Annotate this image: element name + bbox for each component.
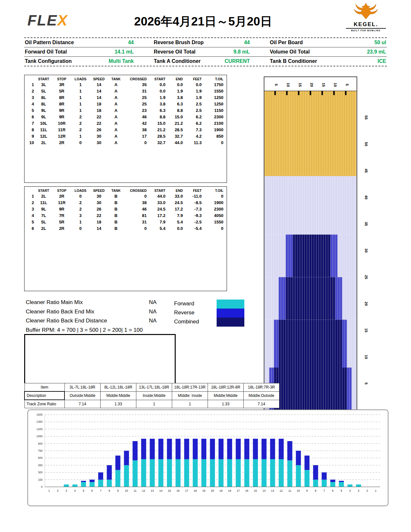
track-row-header: Track Zone Ratio — [24, 400, 64, 408]
legend-swatch — [217, 318, 244, 327]
pass-row: 55L5R118B317.95.4-2.51550 — [24, 219, 227, 225]
summary-value: 14.1 mL — [114, 49, 134, 55]
svg-text:13: 13 — [271, 489, 274, 492]
pass-cell: 46 — [124, 206, 148, 212]
svg-text:45: 45 — [364, 169, 368, 173]
pass-cell: 0 — [124, 225, 148, 232]
track-description-row: DescriptionOutside:MiddleMiddle:MiddleIn… — [24, 391, 279, 400]
pass-cell: A — [108, 81, 124, 88]
pass-header-cell: START — [35, 188, 52, 193]
pass-cell: 2R — [52, 193, 71, 199]
svg-text:750: 750 — [38, 449, 43, 452]
pass-cell: -2.5 — [184, 219, 202, 225]
svg-text:5: 5 — [341, 489, 342, 492]
summary-row: Forward Oil Total14.1 mLReverse Oil Tota… — [24, 47, 387, 57]
svg-text:12: 12 — [280, 489, 283, 492]
pass-cell: 1550 — [202, 88, 227, 94]
pass-cell: 10 — [24, 139, 35, 146]
pass-cell: 1250 — [202, 94, 227, 101]
legend-row: Reverse — [174, 309, 244, 318]
pass-cell: 2 — [71, 199, 90, 206]
svg-text:1350: 1350 — [36, 420, 43, 423]
svg-text:10: 10 — [364, 355, 368, 359]
svg-text:5: 5 — [274, 84, 278, 86]
pass-header-cell: START — [148, 76, 166, 81]
pass-header-cell: SPEED — [90, 188, 108, 193]
pass-header-cell: START — [148, 188, 166, 193]
svg-text:900: 900 — [38, 442, 43, 445]
pass-cell: 0 — [202, 225, 227, 232]
pass-cell: 8L — [35, 94, 52, 101]
pass-row: 13L3R114A350.00.00.01750 — [24, 81, 227, 88]
summary-label: Oil Pattern Distance — [25, 40, 74, 45]
svg-text:4: 4 — [349, 489, 351, 492]
buffer-rpm-line: Buffer RPM: 4 = 700 | 3 = 500 | 2 = 200|… — [26, 327, 143, 333]
pass-cell: 35 — [124, 81, 148, 88]
legend-label: Reverse — [174, 309, 217, 318]
summary-label: Forward Oil Total — [25, 49, 67, 55]
pass-cell: 21.2 — [166, 120, 184, 126]
svg-text:14: 14 — [159, 489, 162, 492]
summary-cell: Tank ConfigurationMulti Tank — [24, 57, 140, 66]
summary-label: Reverse Brush Drop — [154, 40, 204, 45]
pass-cell: 31 — [124, 219, 148, 225]
pass-header-cell: STOP — [52, 76, 71, 81]
svg-text:40: 40 — [364, 195, 368, 200]
pass-cell: 1 — [71, 133, 90, 139]
pass-row: 912L12R130A1728.532.74.2850 — [24, 133, 227, 139]
pass-row: 710L10R222A4215.021.26.22100 — [24, 120, 227, 126]
pass-cell: 0.0 — [166, 81, 184, 88]
summary-cell: Oil Per Board50 ul — [269, 38, 387, 47]
svg-text:25: 25 — [364, 275, 368, 279]
track-item-cell: 18L-18R:12R-8R — [208, 383, 244, 392]
pass-cell: 1 — [24, 81, 35, 88]
pass-cell: 2L — [35, 225, 52, 232]
pass-cell: 5R — [52, 219, 71, 225]
pass-cell: 14 — [90, 94, 108, 101]
svg-text:1500: 1500 — [36, 413, 43, 416]
summary-table: Oil Pattern Distance44Reverse Brush Drop… — [24, 37, 387, 66]
pass-header-cell: END — [166, 76, 184, 81]
pass-cell: -5.4 — [184, 225, 202, 232]
track-row-header: Description — [24, 391, 64, 400]
pass-cell: 22 — [90, 212, 108, 219]
kegel-name: KEGEL. — [346, 21, 386, 29]
forward-pass-table: STARTSTOPLOADSSPEEDTANKCROSSEDSTARTENDFE… — [24, 76, 227, 146]
pass-cell: 0 — [71, 193, 90, 199]
pass-cell: 0.0 — [166, 225, 184, 232]
pass-cell: 7 — [24, 120, 35, 126]
track-description-cell: Outside:Middle — [64, 391, 101, 400]
page-title: 2026年4月21日～5月20日 — [97, 14, 309, 30]
pass-cell: 0.0 — [148, 81, 166, 88]
pass-cell: 8.8 — [166, 107, 184, 113]
pass-cell: 8R — [52, 94, 71, 101]
pass-cell: 3 — [71, 212, 90, 219]
summary-value: 44 — [244, 40, 250, 45]
pass-cell: 15.0 — [148, 120, 166, 126]
svg-text:7: 7 — [100, 489, 102, 492]
svg-text:10: 10 — [125, 489, 128, 492]
pass-cell: 18 — [90, 101, 108, 107]
kegel-logo: KEGEL. BUILT FOR BOWLING — [346, 2, 386, 32]
pass-row: 62L2R014B05.40.0-5.40 — [24, 225, 227, 232]
pass-cell: 1 — [71, 88, 90, 94]
pass-row: 811L11R226A3821.228.57.31900 — [24, 126, 227, 133]
pass-cell: 2R — [52, 225, 71, 232]
pass-cell: 11R — [52, 126, 71, 133]
pass-cell: 9 — [24, 133, 35, 139]
pass-cell: 11R — [52, 199, 71, 206]
svg-text:9: 9 — [306, 489, 308, 492]
svg-text:5: 5 — [345, 84, 349, 86]
track-item-cell: 3L-7L:18L-18R — [64, 383, 101, 392]
svg-text:12: 12 — [142, 489, 145, 492]
pass-row: 48L8R118A253.86.32.51250 — [24, 101, 227, 107]
pass-cell: 7L — [35, 212, 52, 219]
pass-cell: 18 — [90, 107, 108, 113]
svg-text:450: 450 — [38, 464, 43, 467]
pass-cell: 1 — [71, 94, 90, 101]
pass-cell: A — [108, 88, 124, 94]
pass-cell: 850 — [202, 133, 227, 139]
legend-label: Combined — [174, 318, 217, 327]
pass-cell: B — [108, 206, 124, 212]
pass-row: 38L8R114A251.93.81.91250 — [24, 94, 227, 101]
